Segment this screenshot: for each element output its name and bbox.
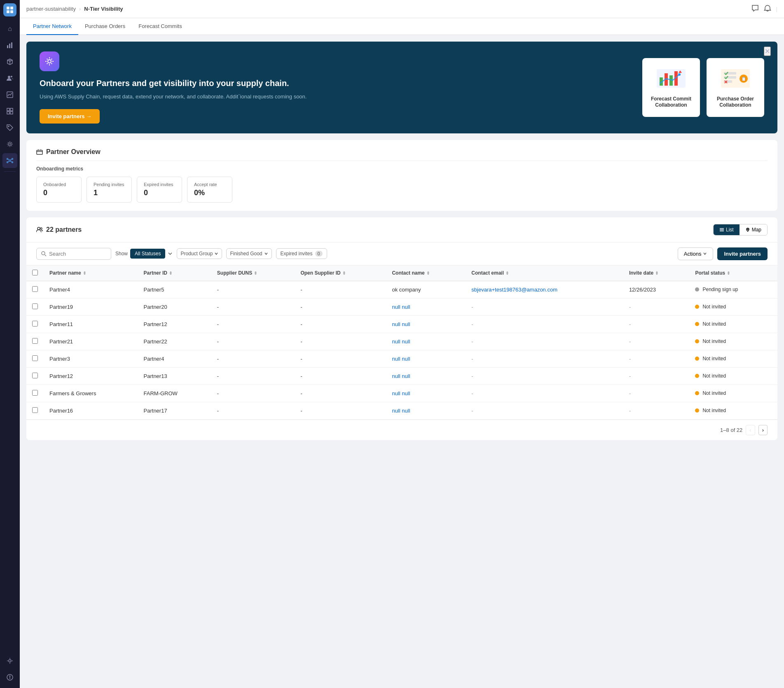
row-checkbox-cell[interactable] [26,315,44,333]
invite-date-cell: - [623,367,690,385]
row-checkbox-cell[interactable] [26,385,44,402]
contact-email-cell: - [466,367,623,385]
row-checkbox-cell[interactable] [26,350,44,367]
contact-name-link2[interactable]: null [402,321,410,327]
supplier-duns-cell: - [211,333,295,350]
contact-name-cell: null null [386,350,466,367]
svg-point-20 [12,162,13,163]
row-checkbox-cell[interactable] [26,298,44,315]
row-checkbox-cell[interactable] [26,281,44,298]
metric-expired: Expired invites 0 [137,177,182,203]
tab-forecast-commits[interactable]: Forecast Commits [132,18,188,35]
col-portal-status[interactable]: Portal status ⇕ [689,266,777,281]
row-checkbox-cell[interactable] [26,402,44,419]
svg-point-14 [8,126,9,127]
contact-name-link[interactable]: null [392,373,400,379]
sidebar: ⌂ [0,0,20,688]
po-card[interactable]: 📋 Purchase Order Collaboration [707,58,764,117]
search-input[interactable] [49,251,107,257]
contact-name-link[interactable]: null [392,321,400,327]
top-header: partner-sustainability › N-Tier Visibili… [20,0,784,18]
col-open-supplier-id[interactable]: Open Supplier ID ⇕ [295,266,386,281]
banner-invite-button[interactable]: Invite partners → [40,109,100,124]
main-area: partner-sustainability › N-Tier Visibili… [20,0,784,688]
app-logo[interactable] [3,3,16,16]
contact-name-link2[interactable]: null [402,390,410,396]
prev-page-button[interactable]: ‹ [746,425,755,435]
svg-rect-2 [7,10,9,13]
col-supplier-duns[interactable]: Supplier DUNS ⇕ [211,266,295,281]
col-contact-email[interactable]: Contact email ⇕ [466,266,623,281]
finished-good-dropdown[interactable]: Finished Good [226,248,271,259]
contact-name-link2[interactable]: null [402,356,410,362]
info-icon[interactable] [2,670,17,685]
banner-icon [40,51,59,71]
row-checkbox-cell[interactable] [26,333,44,350]
row-checkbox[interactable] [32,303,38,309]
partner-id-cell: Partner12 [138,315,211,333]
contact-name-link[interactable]: null [392,408,400,414]
pagination-row: 1–8 of 22 ‹ › [26,420,777,440]
contact-name-link2[interactable]: null [402,408,410,414]
contact-name-link[interactable]: null [392,390,400,396]
contact-name-link2[interactable]: null [402,304,410,310]
map-view-button[interactable]: Map [740,224,767,235]
banner-close-button[interactable]: ✕ [764,47,771,56]
forecast-card-image [655,66,688,91]
supplier-duns-cell: - [211,350,295,367]
partner-id-cell: Partner22 [138,333,211,350]
svg-point-19 [7,162,8,163]
tag-icon[interactable] [2,120,17,135]
partners-table: Partner name ⇕ Partner ID ⇕ [26,266,777,420]
inventory-icon[interactable] [2,54,17,69]
contact-name-link[interactable]: null [392,356,400,362]
contact-name-link[interactable]: null [392,304,400,310]
row-checkbox[interactable] [32,286,38,292]
contact-name-link2[interactable]: null [402,373,410,379]
bell-icon[interactable] [764,5,771,14]
search-box[interactable] [36,248,111,260]
status-dot [695,287,699,292]
invite-date-cell: - [623,298,690,315]
contact-name-link[interactable]: null [392,338,400,345]
partner-name-cell: Partner11 [44,315,138,333]
invite-partners-button[interactable]: Invite partners [717,247,768,260]
select-all-header[interactable] [26,266,44,281]
tab-partner-network[interactable]: Partner Network [26,18,78,35]
chart2-icon[interactable] [2,87,17,102]
people-icon[interactable] [2,71,17,86]
actions-chevron-icon [703,252,707,256]
col-invite-date[interactable]: Invite date ⇕ [623,266,690,281]
sort-portal-status-icon: ⇕ [727,271,730,275]
settings-icon[interactable] [2,137,17,152]
settings2-icon[interactable] [2,653,17,668]
row-checkbox[interactable] [32,373,38,378]
list-view-button[interactable]: List [714,224,740,235]
next-page-button[interactable]: › [758,425,768,435]
row-checkbox[interactable] [32,390,38,396]
network-icon[interactable] [2,153,17,168]
supplier-duns-cell: - [211,281,295,298]
col-partner-name[interactable]: Partner name ⇕ [44,266,138,281]
row-checkbox[interactable] [32,338,38,344]
grid-icon[interactable] [2,104,17,119]
svg-rect-1 [10,7,13,9]
row-checkbox[interactable] [32,355,38,361]
expired-invites-filter[interactable]: Expired invites 0 [276,248,327,259]
col-partner-id[interactable]: Partner ID ⇕ [138,266,211,281]
tab-purchase-orders[interactable]: Purchase Orders [78,18,132,35]
row-checkbox[interactable] [32,321,38,327]
chat-icon[interactable] [751,5,759,14]
home-icon[interactable]: ⌂ [2,21,17,36]
contact-name-link2[interactable]: null [402,338,410,345]
portal-status-text: Not invited [702,338,726,344]
row-checkbox[interactable] [32,407,38,413]
product-group-dropdown[interactable]: Product Group [177,248,222,259]
forecast-commit-card[interactable]: Forecast Commit Collaboration [642,58,700,117]
all-statuses-button[interactable]: All Statuses [130,249,165,259]
analytics-icon[interactable] [2,38,17,53]
select-all-checkbox[interactable] [32,270,38,275]
actions-button[interactable]: Actions [678,247,714,260]
row-checkbox-cell[interactable] [26,367,44,385]
col-contact-name[interactable]: Contact name ⇕ [386,266,466,281]
